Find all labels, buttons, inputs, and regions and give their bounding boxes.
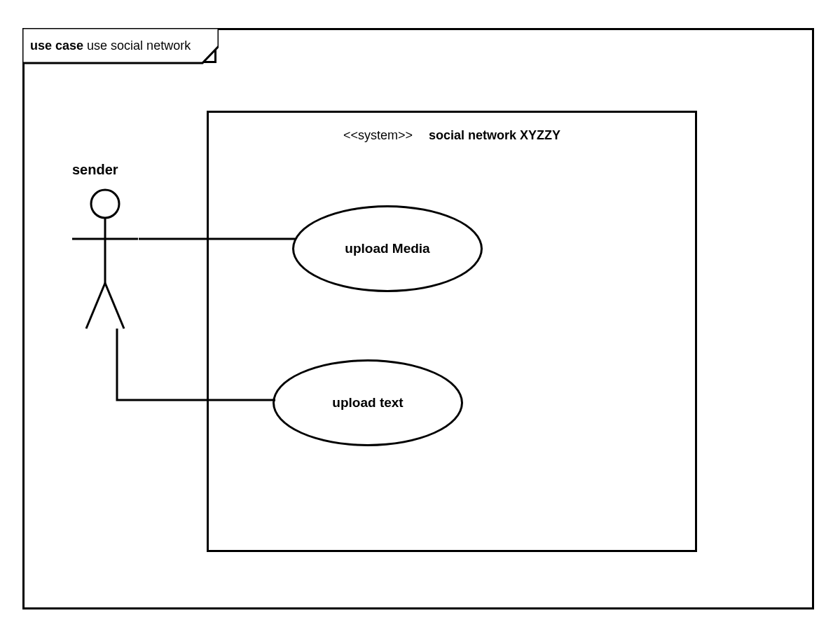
system-stereotype: <<system>> (343, 128, 413, 142)
system-boundary: <<system>> social network XYZZY (207, 111, 697, 552)
diagram-title-name: use social network (87, 39, 191, 53)
usecase-label: upload Media (345, 241, 429, 256)
svg-point-1 (91, 190, 119, 218)
svg-line-4 (86, 283, 105, 329)
diagram-frame: use case use social network sender <<sys… (22, 28, 814, 609)
actor-stickfigure-icon (67, 188, 144, 338)
system-header: <<system>> social network XYZZY (209, 128, 695, 143)
usecase-upload-text: upload text (273, 359, 463, 446)
diagram-title-text: use case use social network (30, 39, 191, 53)
actor-label: sender (72, 162, 118, 178)
diagram-title-tab: use case use social network (22, 28, 216, 63)
usecase-label: upload text (332, 395, 403, 411)
diagram-title-prefix: use case (30, 39, 83, 53)
system-name: social network XYZZY (429, 128, 560, 142)
usecase-upload-media: upload Media (292, 205, 483, 292)
svg-line-5 (105, 283, 124, 329)
